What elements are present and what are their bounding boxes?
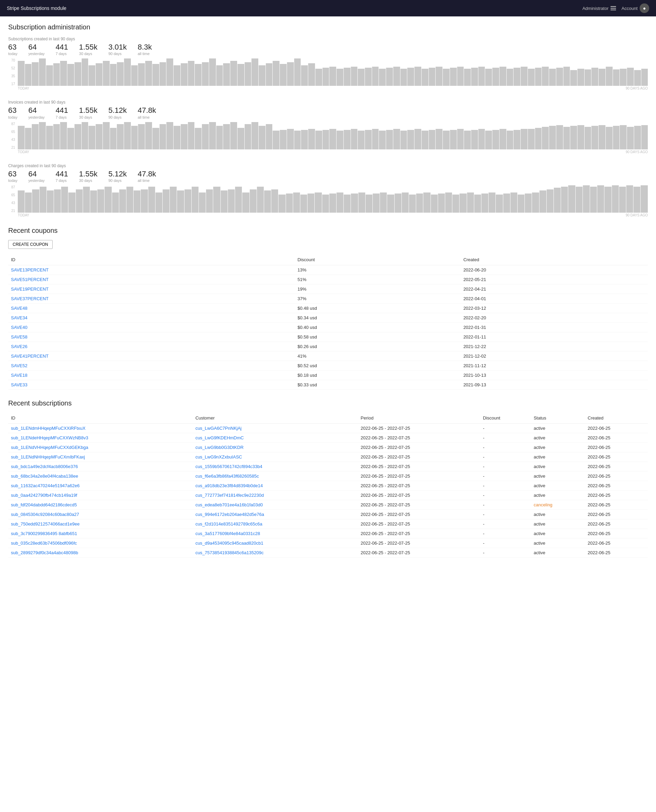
coupon-id-link[interactable]: SAVE48 (11, 306, 27, 311)
bar (358, 192, 365, 213)
sub-id-link[interactable]: sub_bdc1a49e2dcf4acb8006e376 (11, 464, 78, 469)
coupon-id-link[interactable]: SAVE41PERCENT (11, 353, 48, 359)
sub-id-link[interactable]: sub_2899279df0c34a4abc48098b (11, 550, 78, 555)
bar (301, 65, 308, 86)
sub-customer-link[interactable]: cus_3a5177609bf4e84a0331c28 (195, 531, 260, 536)
sub-created: 2022-06-25 (585, 500, 648, 510)
coupon-id-link[interactable]: SAVE18 (11, 373, 27, 378)
bar (407, 130, 414, 149)
bar (46, 65, 53, 86)
bar (308, 63, 315, 86)
bar (32, 124, 39, 149)
sub-id-link[interactable]: sub_035c28ed63b74506bdf096fc (11, 541, 77, 545)
subscriptions-stats-row: 63today64yesterday4417 days1.55k30 days3… (8, 43, 648, 56)
sub-id-link[interactable]: sub_750edd9212574066acd1e9ee (11, 521, 80, 527)
sub-id-link[interactable]: sub_68bc34a2e8e04f4caba138ee (11, 474, 78, 479)
sub-customer-link[interactable]: cus_LwGA6C7PnNKjAj (195, 426, 241, 431)
sub-customer-link[interactable]: cus_edea8eb701ee4a16b1fa03d0 (195, 502, 263, 507)
sub-customer-link[interactable]: cus_772773ef741814fec9e22230d (195, 493, 264, 498)
coupon-id-link[interactable]: SAVE19PERCENT (11, 287, 48, 291)
stat-label: all time (138, 178, 156, 183)
sub-customer-link[interactable]: cus_f6e6a3fb86fa43f68260585c (195, 474, 259, 479)
status-badge: active (534, 435, 545, 440)
coupon-id-link[interactable]: SAVE13PERCENT (11, 267, 48, 273)
sub-customer-link[interactable]: cus_LwG9nXZxbuIASC (195, 454, 242, 460)
coupon-id-link[interactable]: SAVE26 (11, 344, 27, 349)
bar (230, 122, 237, 149)
table-row: SAVE51PERCENT 51% 2022-05-21 (8, 275, 648, 284)
sub-id-link[interactable]: sub_3c7900299836495 8abfb651 (11, 531, 77, 536)
subscription-col-header: Created (585, 413, 648, 424)
coupon-id-link[interactable]: SAVE58 (11, 335, 27, 339)
sub-customer-link[interactable]: cus_d9a4534095c945caad820cb1 (195, 541, 263, 545)
sub-customer-link[interactable]: cus_994e6172eb204ae482d5e76a (195, 512, 264, 517)
bar (590, 187, 597, 213)
sub-id-link[interactable]: sub_1LENdVHHqepMFuCXXdGEKbga (11, 445, 88, 450)
sub-discount: - (480, 424, 531, 433)
sub-id-link[interactable]: sub_fdf204dabdd64d2186cdecd5 (11, 502, 77, 507)
sub-period: 2022-06-25 - 2022-07-25 (358, 433, 480, 443)
bar (528, 129, 535, 149)
coupon-id-link[interactable]: SAVE37PERCENT (11, 296, 48, 301)
sub-customer-link[interactable]: cus_75738541938845c6a135209c (195, 550, 264, 555)
sub-customer-link[interactable]: cus_a918db23e3f84d8394b0de14 (195, 483, 263, 488)
coupon-id-link[interactable]: SAVE33 (11, 382, 27, 387)
admin-section[interactable]: Administrator (582, 6, 616, 11)
sub-id-link[interactable]: sub_11632ac470244e51947a62e6 (11, 483, 80, 488)
admin-label: Administrator (582, 6, 608, 11)
coupon-id-link[interactable]: SAVE40 (11, 325, 27, 330)
sub-customer-link[interactable]: cus_LwG9fKDEHmDmC (195, 435, 244, 440)
bar (54, 189, 61, 213)
bar (134, 191, 141, 213)
sub-status: active (531, 481, 585, 491)
bar (244, 62, 251, 86)
coupon-col-header: Created (461, 254, 648, 265)
sub-id-link[interactable]: sub_0aa4242790fb474cb149a19f (11, 493, 77, 498)
bar (547, 189, 554, 213)
y-axis-label: 43 (8, 138, 15, 141)
sub-id-link[interactable]: sub_1LENdNHHqepMFuCXmIbFKaxj (11, 454, 85, 460)
subscriptions-header-row: IDCustomerPeriodDiscountStatusCreated (8, 413, 648, 424)
coupon-id-link[interactable]: SAVE51PERCENT (11, 277, 48, 282)
sub-customer: cus_LwG9bb0G3DtKDR (193, 443, 358, 452)
charges-chart-container: 87654321 TODAY 90 DAYS AGO (8, 185, 648, 217)
coupon-discount: $0.18 usd (295, 370, 461, 380)
sub-id: sub_0845304c92084c60bac80a27 (8, 510, 193, 519)
bar (471, 130, 478, 149)
stat-label: all time (138, 115, 156, 119)
bar (330, 129, 336, 149)
sub-id-link[interactable]: sub_1LENdeHHqepMFuCXXWzNB8v3 (11, 435, 88, 440)
sub-status: active (531, 443, 585, 452)
coupon-id-link[interactable]: SAVE52 (11, 363, 27, 368)
sub-created: 2022-06-25 (585, 538, 648, 548)
sub-id: sub_0aa4242790fb474cb149a19f (8, 491, 193, 500)
bar (556, 125, 563, 149)
bar (606, 127, 613, 149)
sub-id-link[interactable]: sub_1LENdmHHqepMFuCXXiRFtxuX (11, 426, 85, 431)
create-coupon-button[interactable]: CREATE COUPON (8, 240, 53, 249)
bar (213, 187, 220, 213)
subscription-col-header: Status (531, 413, 585, 424)
menu-icon[interactable] (611, 6, 616, 10)
bar (181, 124, 187, 149)
bar (273, 130, 280, 149)
sub-id-link[interactable]: sub_0845304c92084c60bac80a27 (11, 512, 79, 517)
account-avatar-icon[interactable]: ● (640, 3, 649, 13)
sub-customer-link[interactable]: cus_f2d1014e8351492789c65c6a (195, 521, 262, 527)
coupon-id-link[interactable]: SAVE34 (11, 315, 27, 320)
bar (316, 69, 322, 86)
bar (599, 125, 605, 149)
sub-customer-link[interactable]: cus_1559b567061742cf894c33b4 (195, 464, 262, 469)
invoices-stats-row: 63today64yesterday4417 days1.55k30 days5… (8, 106, 648, 119)
sub-customer-link[interactable]: cus_LwG9bb0G3DtKDR (195, 445, 244, 450)
stat-item: 1.55k30 days (79, 43, 97, 56)
sub-discount: - (480, 471, 531, 481)
bar (372, 67, 379, 86)
stat-item: 4417 days (56, 43, 68, 56)
table-row: SAVE40 $0.40 usd 2022-01-31 (8, 323, 648, 332)
bar (53, 63, 60, 86)
subscriptions-title: Recent subscriptions (8, 399, 648, 407)
account-section[interactable]: Account ● (622, 3, 649, 13)
sub-created: 2022-06-25 (585, 471, 648, 481)
sub-period: 2022-06-25 - 2022-07-25 (358, 510, 480, 519)
